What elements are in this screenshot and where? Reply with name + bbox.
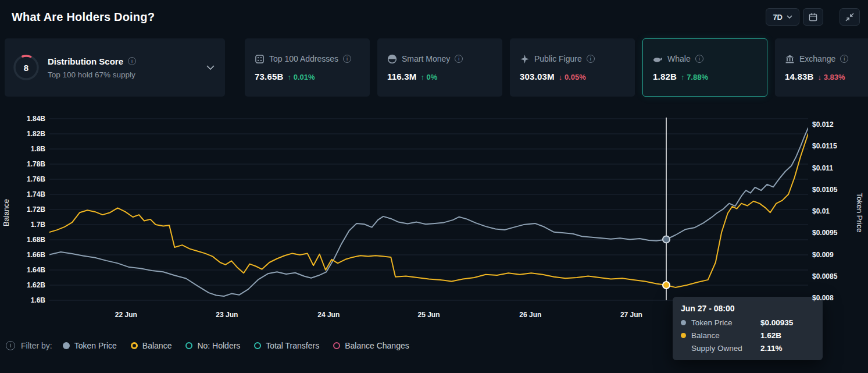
stat-cards-row: 8 Distribution Score i Top 100 hold 67% … [5, 38, 868, 97]
header: What Are Holders Doing? 7D [0, 0, 868, 34]
crosshair-balance-dot [663, 282, 670, 289]
holders-dashboard: What Are Holders Doing? 7D 8 [0, 0, 868, 373]
stat-card-change: ↓ 3.83% [818, 73, 845, 81]
filter-legend: Token PriceBalanceNo: HoldersTotal Trans… [63, 341, 409, 350]
tooltip-row-label: Balance [691, 331, 755, 340]
chart-plot[interactable] [49, 115, 808, 308]
exchange-icon [785, 54, 795, 64]
tooltip-row: Supply Owned2.11% [681, 344, 815, 353]
stat-card-label: Whale [667, 54, 691, 63]
tooltip-row: Balance1.62B [681, 331, 815, 340]
distribution-score-text: Distribution Score i Top 100 hold 67% su… [48, 56, 136, 79]
tooltip-row-label: Token Price [691, 318, 755, 327]
left-tick-label: 1.78B [27, 160, 45, 168]
chevron-down-icon[interactable] [206, 65, 215, 70]
legend-label: Balance Changes [345, 341, 409, 350]
distribution-score-gauge: 8 [13, 54, 40, 81]
right-tick-label: $0.0115 [812, 142, 837, 150]
stat-card-smart-money[interactable]: Smart Moneyi116.3M↑ 0% [377, 38, 502, 97]
filter-bar: i Filter by: Token PriceBalanceNo: Holde… [6, 338, 409, 354]
distribution-score-subtitle: Top 100 hold 67% supply [48, 70, 136, 79]
left-tick-label: 1.66B [27, 251, 45, 259]
stat-card-whale[interactable]: Whalei1.82B↑ 7.88% [642, 38, 767, 97]
filter-item-balance-changes[interactable]: Balance Changes [333, 341, 409, 350]
stat-card-label: Smart Money [402, 54, 450, 63]
calendar-button[interactable] [803, 8, 823, 26]
stat-card-label: Exchange [799, 54, 835, 63]
stat-card-value: 14.83B [785, 72, 814, 81]
stat-card-value: 116.3M [387, 72, 416, 81]
x-tick-label: 26 Jun [519, 311, 541, 319]
tooltip-row-value: 1.62B [760, 331, 781, 340]
legend-label: Total Transfers [266, 341, 319, 350]
public-figure-icon [520, 54, 530, 64]
filter-item-total-transfers[interactable]: Total Transfers [254, 341, 319, 350]
legend-label: Balance [142, 341, 172, 350]
legend-dot [333, 342, 340, 349]
collapse-button[interactable] [840, 8, 860, 26]
distribution-score-title: Distribution Score [48, 56, 123, 66]
legend-dot [254, 342, 261, 349]
info-icon[interactable]: i [6, 341, 15, 350]
info-icon[interactable]: i [343, 55, 351, 63]
right-tick-label: $0.0085 [812, 272, 837, 280]
x-tick-label: 22 Jun [115, 311, 137, 319]
left-tick-label: 1.82B [27, 130, 45, 138]
x-tick-label: 24 Jun [317, 311, 340, 319]
filter-by-label: Filter by: [21, 341, 52, 350]
right-tick-label: $0.012 [812, 120, 834, 129]
right-axis-ticks: $0.012$0.0115$0.011$0.0105$0.01$0.0095$0… [812, 115, 853, 308]
left-tick-label: 1.72B [27, 205, 45, 214]
right-tick-label: $0.009 [812, 251, 834, 259]
tooltip-row: Token Price$0.00935 [681, 318, 815, 327]
stat-card-top-100-addresses[interactable]: Top 100 Addressesi73.65B↑ 0.01% [245, 38, 370, 97]
smart-money-icon [387, 54, 397, 64]
info-icon[interactable]: i [455, 55, 463, 63]
right-tick-label: $0.01 [812, 207, 830, 215]
stat-card-public-figure[interactable]: Public Figurei303.03M↓ 0.05% [510, 38, 635, 97]
right-tick-label: $0.0095 [812, 229, 837, 237]
filter-item-balance[interactable]: Balance [131, 341, 172, 350]
filter-item-token-price[interactable]: Token Price [63, 341, 117, 350]
stat-card-exchange[interactable]: Exchangei14.83B↓ 3.83% [775, 38, 868, 97]
stat-card-change: ↑ 0% [420, 73, 437, 81]
left-tick-label: 1.62B [27, 281, 45, 289]
left-tick-label: 1.64B [27, 266, 45, 274]
series-color-dot [681, 333, 686, 338]
header-controls: 7D [766, 8, 860, 26]
info-icon[interactable]: i [128, 57, 136, 65]
chevron-down-icon [787, 15, 792, 19]
distribution-score-card[interactable]: 8 Distribution Score i Top 100 hold 67% … [5, 38, 225, 97]
series-token-price [49, 128, 808, 296]
tooltip-title: Jun 27 - 08:00 [681, 304, 815, 313]
time-range-selector[interactable]: 7D [766, 8, 799, 26]
left-tick-label: 1.84B [27, 115, 45, 123]
x-tick-label: 27 Jun [620, 311, 642, 319]
tooltip-rows: Token Price$0.00935Balance1.62BSupply Ow… [681, 318, 815, 353]
x-tick-label: 25 Jun [417, 311, 440, 319]
stat-card-change: ↑ 0.01% [288, 73, 315, 81]
collapse-icon [845, 13, 854, 22]
page-title: What Are Holders Doing? [12, 10, 155, 24]
x-tick-label: 23 Jun [216, 311, 238, 319]
left-tick-label: 1.6B [31, 296, 45, 304]
left-tick-label: 1.68B [27, 236, 45, 244]
legend-label: Token Price [74, 341, 117, 350]
info-icon[interactable]: i [840, 55, 848, 63]
tooltip-row-label: Supply Owned [691, 344, 755, 353]
stat-card-value: 73.65B [255, 72, 284, 81]
filter-item-no-holders[interactable]: No: Holders [185, 341, 240, 350]
distribution-score-value: 8 [13, 54, 40, 81]
stat-card-label: Top 100 Addresses [269, 54, 338, 63]
right-tick-label: $0.0105 [812, 186, 837, 194]
calendar-icon [809, 13, 817, 22]
left-axis-ticks: 1.84B1.82B1.8B1.78B1.76B1.74B1.72B1.7B1.… [0, 115, 45, 308]
stat-card-change: ↑ 7.88% [681, 73, 708, 81]
right-tick-label: $0.008 [812, 294, 834, 302]
left-tick-label: 1.8B [31, 145, 45, 153]
info-icon[interactable]: i [695, 55, 703, 63]
legend-dot [131, 342, 138, 349]
crosshair-price-dot [663, 236, 670, 243]
info-icon[interactable]: i [587, 55, 595, 63]
stat-card-value: 303.03M [520, 72, 555, 81]
